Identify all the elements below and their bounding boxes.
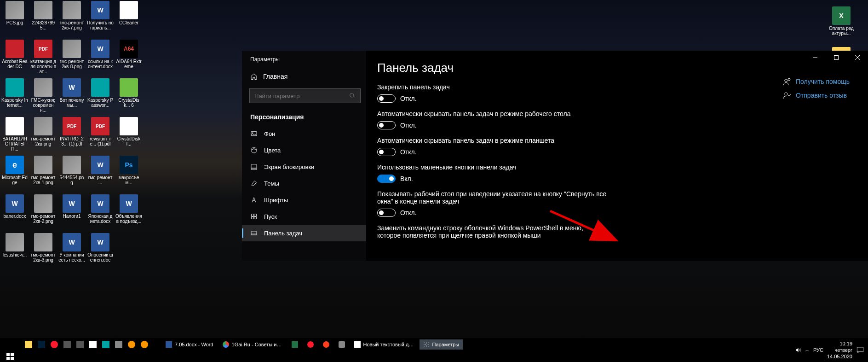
nav-home[interactable]: Главная xyxy=(242,68,366,85)
toggle-switch[interactable] xyxy=(377,94,396,103)
taskbar-pinned-camera[interactable] xyxy=(113,339,124,350)
desktop-icon[interactable]: гмс-ремонт 2кв-7.png xyxy=(58,1,86,39)
search-input[interactable] xyxy=(254,93,349,99)
icon-label: baner.docx xyxy=(4,214,26,219)
start-icon xyxy=(250,213,258,220)
taskbar-pinned-opera[interactable] xyxy=(49,339,60,350)
taskbar-task[interactable] xyxy=(319,339,333,350)
taskbar-task[interactable]: 1Gai.Ru - Советы и т... xyxy=(219,339,286,350)
taskbar-pinned-bar[interactable] xyxy=(62,339,73,350)
taskbar-task[interactable] xyxy=(335,339,349,350)
start-button[interactable] xyxy=(1,351,19,362)
desktop-icon[interactable]: PDFквитанция для оплаты пат... xyxy=(29,40,57,77)
taskbar-pinned-ps[interactable] xyxy=(36,339,47,350)
nav-item-brush[interactable]: Темы xyxy=(242,175,366,192)
get-help-link[interactable]: Получить помощь xyxy=(783,77,850,86)
edge-icon: e xyxy=(6,156,24,174)
taskbar-pinned-bar[interactable] xyxy=(75,339,86,350)
desktop-icon[interactable]: A64AIDA64 Extreme xyxy=(115,40,143,77)
taskbar-pinned-explorer[interactable] xyxy=(23,339,34,350)
taskbar-task[interactable]: Параметры xyxy=(420,339,463,350)
taskbar-task[interactable]: 7.05.docx - Word xyxy=(162,339,217,350)
desktop-icon[interactable]: гмс-ремонт 2кв-8.png xyxy=(58,40,86,77)
desktop-icon[interactable]: CrystalDiskI... xyxy=(115,117,143,155)
taskbar-pinned-fx[interactable] xyxy=(126,339,137,350)
icon-label: гмс-ремонт 2кв-2.png xyxy=(30,214,57,224)
svg-point-22 xyxy=(785,93,788,95)
tray-chevron-icon[interactable]: ︿ xyxy=(805,347,810,353)
desktop-icon[interactable]: WВот почему мы... xyxy=(58,78,86,116)
desktop-icon[interactable]: ВАТАНЦИЯ ОПЛАТЫ П... xyxy=(1,117,29,155)
icon-label: Оплата редактуры... xyxy=(828,26,855,36)
desktop-icon[interactable]: Kaspersky Internet... xyxy=(1,78,29,116)
svg-point-4 xyxy=(350,93,354,97)
desktop-icon[interactable]: WПолучить нотариаль... xyxy=(86,1,114,39)
notifications-icon[interactable] xyxy=(856,346,864,354)
setting-label: Закрепить панель задач xyxy=(377,83,607,91)
desktop-icon[interactable]: Acrobat Reader DC xyxy=(1,40,29,77)
desktop-icon[interactable]: гмс-ремонт 2кв-2.png xyxy=(29,194,57,232)
desktop-icon[interactable]: WУ компании есть неско... xyxy=(58,233,86,271)
desktop-icon[interactable]: WНалоги1 xyxy=(58,194,86,232)
settings-search[interactable] xyxy=(249,88,361,103)
desktop-icon[interactable]: WЯпонская диета.docx xyxy=(86,194,114,232)
svg-rect-27 xyxy=(11,353,14,356)
nav-item-start[interactable]: Пуск xyxy=(242,208,366,225)
nav-item-image[interactable]: Фон xyxy=(242,125,366,142)
desktop-icon[interactable]: CCleaner xyxy=(115,1,143,39)
desktop-icon[interactable]: X Оплата редактуры... xyxy=(828,6,855,44)
nav-item-label: Цвета xyxy=(264,147,281,154)
word-icon: W xyxy=(63,233,81,251)
desktop-icon[interactable]: WОпросник шенген.doc xyxy=(86,233,114,271)
desktop-icon[interactable]: Wbaner.docx xyxy=(1,194,29,232)
desktop-icon[interactable]: Kaspersky Passwor... xyxy=(86,78,114,116)
nav-item-lock[interactable]: Экран блокировки xyxy=(242,158,366,175)
desktop-icon[interactable]: 5444554.png xyxy=(58,156,86,193)
taskbar-task[interactable]: Новый текстовый до... xyxy=(351,339,418,350)
svg-point-21 xyxy=(788,78,790,81)
desktop-icon[interactable]: lesushie-v... xyxy=(1,233,29,271)
palette-icon xyxy=(250,146,258,154)
icon-label: CrystalDiskI... xyxy=(115,136,142,146)
toggle-switch[interactable] xyxy=(377,121,396,129)
icon-label: Японская диета.docx xyxy=(87,214,114,224)
desktop-icon[interactable]: PDFrevisium_re... (1).pdf xyxy=(86,117,114,155)
desktop-icon[interactable]: Psмакросъем... xyxy=(115,156,143,193)
toggle-switch[interactable] xyxy=(377,209,396,217)
clock[interactable]: 10:19 четверг 14.05.2020 xyxy=(827,340,852,360)
page-title: Панель задач xyxy=(377,61,857,75)
cdi-icon xyxy=(120,117,138,135)
desktop-icon[interactable]: PDFINVITRO_23... (1).pdf xyxy=(58,117,86,155)
desktop-icon[interactable]: Wгмс-ремонт ... xyxy=(86,156,114,193)
search-icon xyxy=(349,93,356,99)
home-icon xyxy=(250,73,258,80)
desktop-icon[interactable]: WОбъявления в подъезд... xyxy=(115,194,143,232)
toggle-switch[interactable] xyxy=(377,175,396,183)
desktop-icon[interactable]: гмс-ремонт 2кв-1.png xyxy=(29,156,57,193)
nav-item-taskbar[interactable]: Панель задач xyxy=(242,225,366,241)
volume-icon[interactable] xyxy=(795,347,801,353)
desktop-icon[interactable]: гмс-ремонт 2кв.png xyxy=(29,117,57,155)
taskbar-pinned-fx[interactable] xyxy=(139,339,150,350)
taskbar-pinned-k[interactable] xyxy=(100,339,111,350)
desktop-icon[interactable]: ГМС-кухня; современн... xyxy=(29,78,57,116)
language-indicator[interactable]: РУС xyxy=(813,347,823,353)
desktop-icon[interactable]: 2248287995... xyxy=(29,1,57,39)
desktop-icon[interactable]: PCS.jpg xyxy=(1,1,29,39)
svg-rect-14 xyxy=(252,214,254,216)
desktop-icon[interactable]: гмс-ремонт 2кв-3.png xyxy=(29,233,57,271)
taskbar-task[interactable] xyxy=(288,339,302,350)
desktop-icon[interactable]: Wссылки на контент.docx xyxy=(86,40,114,77)
desktop-icon[interactable]: CrystalDisk... 6 xyxy=(115,78,143,116)
nav-item-font[interactable]: Шрифты xyxy=(242,192,366,208)
taskbar-pinned-cc[interactable] xyxy=(87,339,98,350)
icon-label: INVITRO_23... (1).pdf xyxy=(58,136,85,146)
icon-label: Вот почему мы... xyxy=(58,98,85,108)
adobe-icon xyxy=(6,40,24,58)
feedback-link[interactable]: Отправить отзыв xyxy=(783,91,850,99)
excel-icon: X xyxy=(832,6,851,25)
taskbar-task[interactable] xyxy=(304,339,317,350)
desktop-icon[interactable]: eMicrosoft Edge xyxy=(1,156,29,193)
toggle-switch[interactable] xyxy=(377,148,396,156)
nav-item-palette[interactable]: Цвета xyxy=(242,142,366,158)
